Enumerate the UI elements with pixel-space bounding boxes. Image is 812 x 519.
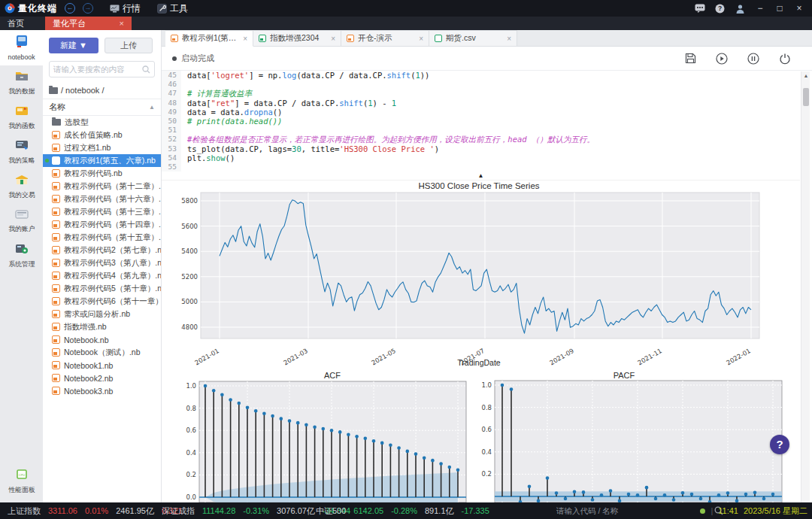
quant-terminal-window: 量化终端 ← → 行情 工具 ? (0, 0, 812, 519)
code-line[interactable]: 50# print(data.head()) (162, 117, 800, 126)
sidebar-item-系统管理[interactable]: 系统管理 (0, 238, 43, 273)
code-text: data["ret"] = data.CP / data.CP.shift(1)… (181, 99, 396, 108)
file-row[interactable]: 教程示例代码5（第十章）.nb (43, 282, 161, 295)
doc-tab-close-icon[interactable]: × (419, 35, 423, 43)
kernel-status: 启动完成 (172, 53, 214, 64)
index-csi500[interactable]: 中证5006142.05-0.28%891.1亿-17.335 (316, 502, 489, 519)
collapse-output-control[interactable]: ▲ (162, 171, 800, 181)
page-tab-bar: 首页 量化平台 × (0, 17, 812, 30)
file-row[interactable]: 教程示例代码6（第十一章）.nb (43, 295, 161, 308)
doc-tab[interactable]: 指数增强2304× (253, 30, 341, 46)
message-icon[interactable] (694, 3, 705, 14)
vertical-scrollbar[interactable]: ▲ (801, 71, 810, 502)
help-icon[interactable]: ? (714, 3, 726, 14)
code-line[interactable]: 45data['logret'] = np.log(data.CP / data… (162, 71, 800, 80)
sort-asc-icon[interactable]: ▲ (149, 104, 155, 111)
file-row[interactable]: 教程示例代码（第十三章）.nb (43, 205, 161, 218)
floating-help-button[interactable]: ? (770, 435, 789, 454)
file-row[interactable]: 教程示例代码（第十五章）.nb (43, 231, 161, 244)
scroll-up-icon[interactable]: ▲ (801, 73, 810, 78)
file-row[interactable]: 教程示例代码（第十二章）.nb (43, 180, 161, 193)
file-row[interactable]: Notebook.nb (43, 333, 161, 346)
doc-tab-close-icon[interactable]: × (331, 35, 335, 43)
user-icon[interactable] (735, 3, 746, 14)
sidebar-item-我的账户[interactable]: 我的账户 (0, 204, 43, 238)
save-button[interactable] (685, 53, 696, 65)
doc-tab-close-icon[interactable]: × (507, 35, 511, 43)
shutdown-button[interactable] (779, 53, 791, 65)
file-row[interactable]: Notebook2.nb (43, 372, 161, 384)
breadcrumb[interactable]: / notebook / (43, 83, 161, 99)
sidebar-item-我的函数[interactable]: 我的函数 (0, 100, 43, 135)
back-icon[interactable]: ← (65, 3, 75, 14)
run-button[interactable] (716, 53, 728, 65)
file-row[interactable]: 指数增强.nb (43, 320, 161, 333)
line-number: 49 (162, 108, 181, 117)
code-line[interactable]: 55 (162, 162, 800, 171)
scrollbar-thumb[interactable] (803, 88, 809, 106)
minimize-button[interactable]: − (755, 3, 765, 14)
code-text: data = data.dropna() (181, 108, 282, 117)
collapse-triangle-icon[interactable]: ▲ (478, 172, 484, 179)
code-editor[interactable]: 45data['logret'] = np.log(data.CP / data… (162, 71, 800, 171)
file-row[interactable]: 成长价值策略.nb (43, 129, 161, 141)
file-row[interactable]: 选股型 (43, 116, 161, 129)
tab-close-icon[interactable]: × (120, 19, 124, 28)
code-line[interactable]: 51 (162, 126, 800, 135)
code-line[interactable]: 52#检验各组数据是否正常显示，若正常显示再进行绘图。为起到方便作用，设定取出前… (162, 135, 800, 144)
code-line[interactable]: 46 (162, 80, 800, 89)
file-row[interactable]: 教程示例代码4（第九章）.nb (43, 269, 161, 282)
line-number: 50 (162, 117, 181, 126)
notebook-file-icon (52, 131, 60, 139)
doc-tab-label: 开仓-演示 (358, 33, 415, 44)
file-row[interactable]: Notebook3.nb (43, 384, 161, 397)
symbol-search-input[interactable] (556, 506, 714, 515)
file-name: 教程示例代码（第十四章）.nb (64, 220, 161, 230)
file-row[interactable]: 教程示例代码（第十四章）.nb (43, 218, 161, 231)
file-search-box[interactable] (49, 61, 155, 77)
index-shanghai[interactable]: 上证指数3311.060.01%2461.95亿0.321 (8, 502, 182, 519)
tab-quant-platform[interactable]: 量化平台 × (45, 17, 132, 30)
file-row[interactable]: 教程示例代码2（第七章）.nb (43, 244, 161, 256)
pause-button[interactable] (747, 53, 759, 65)
file-row[interactable]: 教程示例代码（第十六章）.nb (43, 193, 161, 205)
new-button[interactable]: 新建 ▼ (49, 38, 98, 53)
tab-home[interactable]: 首页 (0, 17, 32, 30)
upload-button[interactable]: 上传 (105, 38, 153, 53)
symbol-search-box[interactable] (556, 504, 723, 517)
doc-tab-close-icon[interactable]: × (243, 35, 247, 43)
file-row[interactable]: Notebook（测试）.nb (43, 346, 161, 359)
file-row[interactable]: 需求或问题分析.nb (43, 308, 161, 320)
file-row[interactable]: 过程文档1.nb (43, 141, 161, 154)
code-text: #检验各组数据是否正常显示，若正常显示再进行绘图。为起到方便作用，设定取出前五行… (181, 135, 595, 144)
code-line[interactable]: 53ts_plot(data.CP, lags=30, title='HS300… (162, 144, 800, 153)
sidebar-item-我的交易[interactable]: 我的交易 (0, 169, 43, 204)
menu-market[interactable]: 行情 (110, 2, 141, 15)
code-line[interactable]: 54plt.show() (162, 153, 800, 162)
file-row[interactable]: 教程示例1(第五、六章).nb (43, 154, 161, 167)
file-row[interactable]: 教程示例代码.nb (43, 167, 161, 180)
sidebar-item-notebook[interactable]: notebook (0, 30, 43, 65)
file-search-input[interactable] (53, 65, 142, 74)
maximize-button[interactable]: □ (774, 3, 785, 14)
code-line[interactable]: 49data = data.dropna() (162, 108, 800, 117)
notebook-file-icon (52, 374, 60, 382)
close-button[interactable]: × (794, 3, 804, 14)
doc-tab[interactable]: 教程示例1(第五、六章).nb× (165, 30, 253, 47)
file-list-header[interactable]: 名称 ▲ (43, 99, 161, 116)
code-line[interactable]: 48data["ret"] = data.CP / data.CP.shift(… (162, 99, 800, 108)
forward-icon[interactable]: → (83, 3, 93, 14)
doc-tab[interactable]: 期货.csv× (429, 30, 517, 46)
code-text (181, 126, 187, 135)
sidebar-item-我的策略[interactable]: 我的策略 (0, 135, 43, 169)
code-line[interactable]: 47# 计算普通收益率 (162, 89, 800, 98)
doc-tab[interactable]: 开仓-演示× (341, 30, 429, 46)
folder-icon (49, 87, 58, 94)
file-row[interactable]: 教程示例代码3（第八章）.nb (43, 256, 161, 269)
tab-home-label: 首页 (8, 18, 24, 29)
sidebar-item-我的数据[interactable]: 我的数据 (0, 65, 43, 100)
menu-tools[interactable]: 工具 (157, 2, 188, 15)
notebook-file-icon (52, 272, 60, 280)
sidebar-item-性能面板[interactable]: CPU性能面板 (0, 464, 43, 499)
file-row[interactable]: Notebook1.nb (43, 359, 161, 372)
